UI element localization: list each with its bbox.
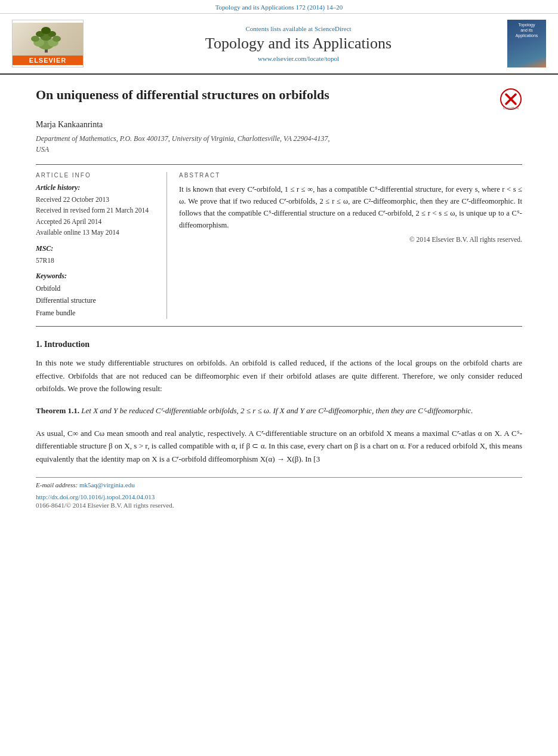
svg-text:CrossMark: CrossMark [503,106,519,110]
journal-header: ELSEVIER Contents lists available at Sci… [0,14,558,75]
paper-title-text: On uniqueness of differential structures… [36,87,494,104]
article-info-label: ARTICLE INFO [36,172,157,179]
crossmark-badge[interactable]: CrossMark [500,88,522,110]
history-label: Article history: [36,183,157,192]
keywords-block: Keywords: Orbifold Differential structur… [36,272,157,319]
journal-center-info: Contents lists available at ScienceDirec… [99,25,498,62]
svg-point-4 [31,36,39,42]
sciencedirect-label: Contents lists available at ScienceDirec… [99,25,498,32]
journal-title: Topology and its Applications [99,35,498,53]
section-number: 1. [36,340,44,349]
article-history-block: Article history: Received 22 October 201… [36,183,157,238]
elsevier-tree-icon [13,23,83,56]
keywords-label: Keywords: [36,272,157,281]
msc-value: 57R18 [36,255,157,266]
received-date: Received 22 October 2013 [36,194,157,205]
author-name: Marja Kankaanrinta [36,120,522,130]
citation-bar: Topology and its Applications 172 (2014)… [0,0,558,14]
section-heading: Introduction [44,340,90,349]
svg-point-5 [53,36,61,42]
author-affiliation: Department of Mathematics, P.O. Box 4001… [36,133,522,155]
available-date: Available online 13 May 2014 [36,227,157,238]
intro-paragraph-2: As usual, C∞ and Cω mean smooth and real… [36,427,522,465]
sciencedirect-link-text[interactable]: ScienceDirect [315,25,352,32]
publisher-logo-area: ELSEVIER [12,20,90,67]
elsevier-logo-box: ELSEVIER [12,20,84,67]
theorem-1-1: Theorem 1.1. Let X and Y be reduced Cʳ-d… [36,404,522,417]
svg-point-9 [41,27,51,34]
keyword-differential: Differential structure [36,294,157,306]
copyright-text: © 2014 Elsevier B.V. All rights reserved… [179,236,522,243]
section-1-title: 1. Introduction [36,340,522,349]
rights-text: 0166-8641/© 2014 Elsevier B.V. All right… [36,502,522,509]
elsevier-wordmark: ELSEVIER [13,56,83,65]
theorem-label: Theorem 1.1. [36,406,79,415]
revised-date: Received in revised form 21 March 2014 [36,205,157,216]
abstract-label: ABSTRACT [179,172,522,179]
paper-content: On uniqueness of differential structures… [0,75,558,521]
keyword-frame: Frame bundle [36,307,157,319]
accepted-date: Accepted 26 April 2014 [36,216,157,227]
doi-link[interactable]: http://dx.doi.org/10.1016/j.topol.2014.0… [36,493,522,500]
abstract-text: It is known that every Cʳ-orbifold, 1 ≤ … [179,183,522,231]
article-info-column: ARTICLE INFO Article history: Received 2… [36,172,167,319]
abstract-column: ABSTRACT It is known that every Cʳ-orbif… [179,172,522,319]
email-address[interactable]: mk5aq@virginia.edu [79,481,135,488]
email-footnote: E-mail address: mk5aq@virginia.edu [36,481,522,488]
keyword-orbifold: Orbifold [36,282,157,294]
info-abstract-section: ARTICLE INFO Article history: Received 2… [36,164,522,327]
journal-cover-thumbnail: Topology and its Applications [507,20,546,67]
footnote-area: E-mail address: mk5aq@virginia.edu [36,477,522,488]
citation-text: Topology and its Applications 172 (2014)… [215,4,343,11]
email-label: E-mail address: [36,481,78,488]
cover-image: Topology and its Applications [507,20,546,67]
theorem-statement: Theorem 1.1. Let X and Y be reduced Cʳ-d… [36,404,522,417]
msc-block: MSC: 57R18 [36,244,157,266]
msc-label: MSC: [36,244,157,253]
paper-title-row: On uniqueness of differential structures… [36,87,522,110]
journal-website[interactable]: www.elsevier.com/locate/topol [99,55,498,62]
intro-paragraph-1: In this note we study differentiable str… [36,357,522,395]
